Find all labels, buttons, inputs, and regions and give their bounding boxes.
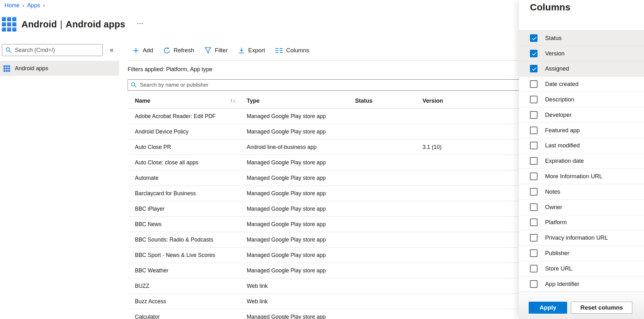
column-header-status[interactable]: Status (355, 98, 423, 104)
checkbox[interactable] (530, 188, 538, 196)
table-row[interactable]: BBC Sport - News & Live Scores Managed G… (128, 248, 523, 263)
column-option-row[interactable]: Date created (519, 77, 644, 92)
column-option-label: App Identifier (545, 281, 579, 288)
checkbox[interactable] (530, 234, 538, 242)
breadcrumb-link-home[interactable]: Home (4, 2, 20, 9)
table-row[interactable]: BBC Sounds: Radio & Podcasts Managed Goo… (128, 232, 523, 248)
reset-columns-button[interactable]: Reset columns (571, 302, 632, 314)
table-row[interactable]: Auto Close PR Android line-of-business a… (128, 140, 523, 155)
column-option-label: Date created (545, 81, 578, 88)
column-option-label: Developer (545, 111, 572, 118)
checkbox[interactable] (530, 280, 538, 288)
checkbox[interactable] (530, 203, 538, 211)
panel-title: Columns (530, 2, 570, 13)
column-option-row[interactable]: Notes (519, 184, 644, 200)
cell-type: Web link (247, 283, 355, 289)
checkbox[interactable] (530, 219, 538, 226)
column-option-row[interactable]: Version (519, 46, 644, 61)
table-row[interactable]: Calculator Managed Google Play store app (128, 309, 523, 319)
column-option-row[interactable]: Featured app (519, 123, 644, 138)
page-title-blade: Android (21, 19, 57, 29)
columns-icon (275, 48, 283, 54)
table-row[interactable]: Auto Close: close all apps Managed Googl… (128, 155, 523, 170)
cell-name: BUZZ (135, 283, 247, 289)
filter-icon (204, 47, 212, 54)
table-row[interactable]: Automate Managed Google Play store app (128, 170, 523, 186)
add-button[interactable]: Add (132, 47, 153, 54)
more-options-icon[interactable]: ⋯ (137, 20, 144, 27)
column-option-row[interactable]: Expiration date (519, 153, 644, 169)
column-header-type[interactable]: Type (247, 98, 355, 104)
checkbox[interactable] (530, 80, 538, 88)
table-row[interactable]: BBC Weather Managed Google Play store ap… (128, 263, 523, 278)
collapse-sidebar-icon[interactable]: « (110, 47, 113, 54)
column-option-label: Notes (545, 188, 560, 195)
cell-version: 3.1 (10) (423, 144, 523, 151)
cell-name: Auto Close: close all apps (135, 159, 247, 166)
checkbox[interactable] (530, 265, 538, 272)
sidebar-search-input[interactable] (2, 44, 103, 56)
column-option-row[interactable]: Owner (519, 200, 644, 215)
column-option-label: Store URL (545, 265, 572, 272)
column-option-row[interactable]: Privacy information URL (519, 230, 644, 246)
export-button-label: Export (248, 47, 265, 54)
column-option-row[interactable]: Publisher (519, 246, 644, 261)
chevron-right-icon: › (22, 2, 24, 9)
column-option-row[interactable]: Developer (519, 107, 644, 123)
plus-icon (132, 47, 140, 54)
checkbox[interactable] (530, 157, 538, 165)
column-option-row[interactable]: Last modified (519, 138, 644, 154)
checkbox[interactable] (530, 127, 538, 134)
refresh-button[interactable]: Refresh (163, 47, 194, 54)
column-option-label: Description (545, 96, 574, 103)
column-option-row[interactable]: App Identifier (519, 276, 644, 292)
apply-button[interactable]: Apply (529, 302, 567, 314)
cell-name: Automate (135, 175, 247, 181)
checkbox[interactable] (530, 65, 538, 72)
columns-button[interactable]: Columns (275, 47, 309, 54)
column-option-row[interactable]: More Information URL (519, 169, 644, 184)
checkbox[interactable] (530, 50, 538, 57)
column-option-row[interactable]: Platform (519, 215, 644, 231)
blade-sidebar: « Android apps (0, 44, 124, 76)
checkbox[interactable] (530, 34, 538, 42)
column-option-row[interactable]: Store URL (519, 261, 644, 276)
column-header-version[interactable]: Version (423, 98, 523, 104)
toolbar-divider (128, 60, 523, 60)
cell-type: Managed Google Play store app (247, 175, 355, 181)
column-header-name-label: Name (135, 98, 150, 104)
apps-table: Name ↑↓ Type Status Version Adobe Acroba… (128, 93, 523, 319)
breadcrumb-link-apps[interactable]: Apps (27, 2, 40, 9)
table-row[interactable]: Android Device Policy Managed Google Pla… (128, 124, 523, 140)
sidebar-item-android-apps[interactable]: Android apps (0, 61, 119, 76)
export-button[interactable]: Export (238, 47, 265, 54)
column-option-row[interactable]: Status (519, 31, 644, 46)
column-option-label: Owner (545, 204, 562, 211)
table-row[interactable]: Barclaycard for Business Managed Google … (128, 186, 523, 201)
table-header: Name ↑↓ Type Status Version (128, 93, 523, 109)
checkbox[interactable] (530, 111, 538, 119)
table-row[interactable]: BBC iPlayer Managed Google Play store ap… (128, 201, 523, 217)
column-header-name[interactable]: Name ↑↓ (135, 98, 247, 104)
cell-type: Managed Google Play store app (247, 190, 355, 197)
app-search-input[interactable] (128, 79, 523, 91)
page-title-separator: | (60, 19, 63, 29)
app-list-search (128, 79, 523, 91)
table-row[interactable]: Buzz Access Web link (128, 294, 523, 309)
column-option-label: Expiration date (545, 157, 584, 164)
cell-type: Web link (247, 298, 355, 305)
column-option-row[interactable]: Description (519, 92, 644, 107)
table-row[interactable]: BUZZ Web link (128, 278, 523, 294)
checkbox[interactable] (530, 249, 538, 257)
cell-name: Android Device Policy (135, 128, 247, 135)
column-option-row[interactable]: Assigned (519, 61, 644, 77)
table-row[interactable]: BBC News Managed Google Play store app (128, 217, 523, 232)
cell-name: BBC Sport - News & Live Scores (135, 252, 247, 259)
cell-type: Managed Google Play store app (247, 267, 355, 274)
cell-type: Managed Google Play store app (247, 221, 355, 228)
checkbox[interactable] (530, 142, 538, 149)
filter-button[interactable]: Filter (204, 47, 228, 54)
checkbox[interactable] (530, 96, 538, 103)
table-row[interactable]: Adobe Acrobat Reader: Edit PDF Managed G… (128, 109, 523, 124)
checkbox[interactable] (530, 173, 538, 180)
